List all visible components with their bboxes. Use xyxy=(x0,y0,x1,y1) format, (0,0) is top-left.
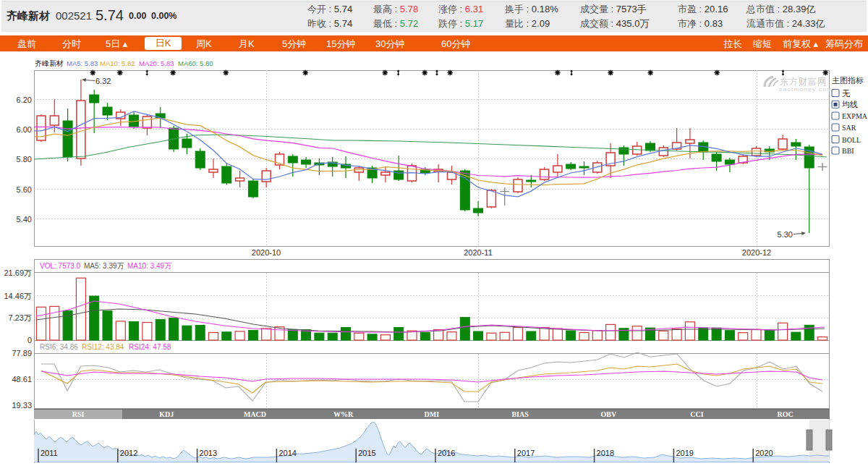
svg-text:48.61: 48.61 xyxy=(12,375,32,384)
svg-text:2018: 2018 xyxy=(597,449,614,457)
svg-text:主图指标: 主图指标 xyxy=(832,76,864,85)
svg-text:均线: 均线 xyxy=(842,100,858,109)
svg-text:SAR: SAR xyxy=(842,124,856,132)
svg-text:BIAS: BIAS xyxy=(511,410,529,418)
svg-text:CCI: CCI xyxy=(690,410,703,418)
svg-text:RSI: RSI xyxy=(72,410,85,418)
svg-text:DMI: DMI xyxy=(425,410,440,418)
svg-text:6.20: 6.20 xyxy=(17,96,32,104)
svg-text:eastmoney.com: eastmoney.com xyxy=(779,86,833,93)
svg-text:6.00: 6.00 xyxy=(17,125,32,134)
svg-text:2012: 2012 xyxy=(120,449,137,457)
svg-text:MA20: 5.83: MA20: 5.83 xyxy=(139,59,174,67)
svg-text:KDJ: KDJ xyxy=(159,410,174,418)
svg-text:2013: 2013 xyxy=(200,449,217,457)
svg-text:6.32: 6.32 xyxy=(95,77,111,85)
svg-text:14.46万: 14.46万 xyxy=(4,292,32,300)
svg-text:5.40: 5.40 xyxy=(17,215,32,224)
svg-text:2016: 2016 xyxy=(438,449,455,457)
svg-text:RSI24: 47.58: RSI24: 47.58 xyxy=(129,343,171,351)
svg-text:2019: 2019 xyxy=(676,449,693,457)
svg-text:MA10: 5.82: MA10: 5.82 xyxy=(100,59,135,67)
svg-text:OBV: OBV xyxy=(600,410,616,418)
svg-text:MA60: 5.80: MA60: 5.80 xyxy=(178,59,213,67)
svg-text:2015: 2015 xyxy=(358,449,375,457)
svg-text:2020-10: 2020-10 xyxy=(252,248,281,257)
svg-text:RSI12: 43.84: RSI12: 43.84 xyxy=(82,343,124,351)
svg-text:VOL: 7573.0: VOL: 7573.0 xyxy=(40,262,81,270)
svg-text:2020: 2020 xyxy=(755,449,773,457)
svg-text:5.80: 5.80 xyxy=(17,155,32,164)
svg-text:5.30: 5.30 xyxy=(778,230,793,239)
svg-text:无: 无 xyxy=(842,89,850,98)
svg-text:RSI6: 34.86: RSI6: 34.86 xyxy=(40,343,78,351)
svg-text:2020-12: 2020-12 xyxy=(742,248,771,257)
svg-text:BOLL: BOLL xyxy=(842,136,861,144)
svg-text:2014: 2014 xyxy=(278,449,296,457)
svg-text:2020-11: 2020-11 xyxy=(464,248,493,257)
svg-text:EXPMA: EXPMA xyxy=(842,112,868,120)
svg-text:MA10: 3.49万: MA10: 3.49万 xyxy=(127,262,171,270)
svg-text:MA5: 5.83: MA5: 5.83 xyxy=(67,59,98,67)
svg-text:2011: 2011 xyxy=(41,449,58,457)
svg-text:W%R: W%R xyxy=(333,410,354,418)
svg-text:21.69万: 21.69万 xyxy=(4,268,32,277)
svg-text:19.33: 19.33 xyxy=(12,401,32,410)
svg-text:77.89: 77.89 xyxy=(12,349,32,357)
svg-text:ROC: ROC xyxy=(778,410,793,418)
svg-text:0: 0 xyxy=(27,336,32,344)
svg-text:5.60: 5.60 xyxy=(17,185,32,194)
svg-text:7.23万: 7.23万 xyxy=(9,313,32,322)
svg-text:BBI: BBI xyxy=(842,147,854,155)
svg-text:MA5: 3.39万: MA5: 3.39万 xyxy=(84,262,124,270)
svg-text:2017: 2017 xyxy=(517,449,535,457)
svg-text:齐峰新材: 齐峰新材 xyxy=(35,59,64,67)
svg-text:MACD: MACD xyxy=(244,410,266,418)
